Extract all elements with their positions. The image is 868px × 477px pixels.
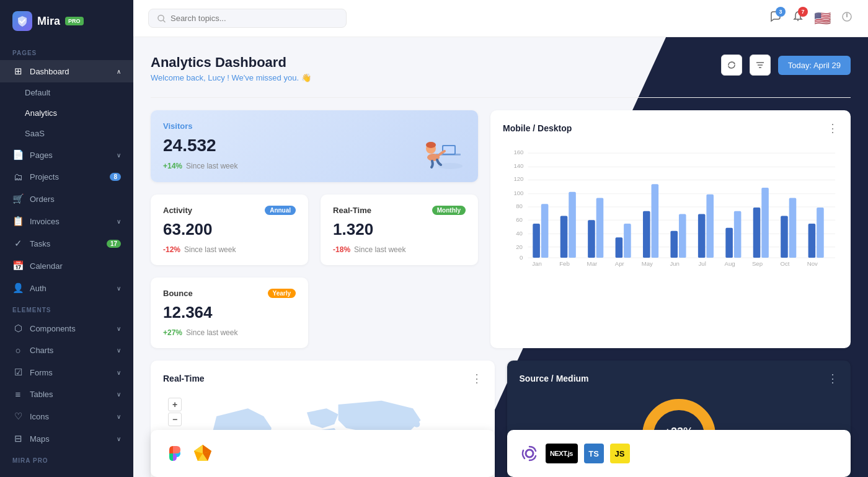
svg-text:160: 160 (513, 149, 523, 155)
pages-icon: 📄 (12, 149, 24, 160)
refresh-button[interactable] (721, 55, 742, 76)
realtime-header: Real-Time Monthly (333, 206, 466, 215)
realtime-since: Since last week (354, 245, 405, 254)
chevron-components-icon: ∨ (117, 325, 121, 332)
svg-text:Jun: Jun (670, 260, 680, 267)
chevron-auth-icon: ∨ (117, 285, 121, 292)
map-header: Real-Time ⋮ (163, 372, 482, 385)
svg-rect-53 (808, 224, 816, 258)
alerts-badge: 7 (798, 7, 808, 17)
sidebar-item-calendar[interactable]: 📅 Calendar (0, 255, 133, 277)
search-input[interactable] (170, 14, 337, 23)
sidebar-item-saas[interactable]: SaaS (0, 123, 133, 144)
source-title: Source / Medium (520, 374, 589, 383)
sidebar-item-components[interactable]: ⬡ Components ∨ (0, 317, 133, 339)
search-box[interactable] (148, 9, 347, 28)
svg-text:Apr: Apr (615, 260, 625, 267)
date-button[interactable]: Today: April 29 (778, 56, 851, 75)
default-label: Default (25, 88, 50, 97)
svg-text:Oct: Oct (781, 260, 790, 267)
dashboard-icon: ⊞ (12, 66, 24, 77)
refresh-icon (727, 61, 736, 69)
bounce-value: 12.364 (163, 303, 296, 322)
svg-rect-42 (652, 184, 659, 258)
sidebar-item-default[interactable]: Default (0, 82, 133, 103)
logo-text: Mira (37, 15, 60, 28)
sidebar-item-orders[interactable]: 🛒 Orders (0, 188, 133, 210)
invoices-icon: 📋 (12, 216, 24, 227)
visitors-content: Visitors 24.532 +14% Since last week (163, 121, 237, 170)
sidebar-item-dashboard[interactable]: ⊞ Dashboard ∧ (0, 60, 133, 82)
svg-text:Feb: Feb (559, 260, 570, 267)
sidebar-item-maps[interactable]: ⊟ Maps ∨ (0, 427, 133, 450)
chevron-tables-icon: ∨ (117, 391, 121, 398)
filter-button[interactable] (750, 55, 771, 76)
sidebar: Mira PRO PAGES ⊞ Dashboard ∧ Default Ana… (0, 0, 133, 477)
nextjs-logo: NEXT.js (546, 444, 578, 463)
sketch-logo (192, 442, 214, 465)
chart-header: Mobile / Desktop ⋮ (503, 121, 838, 135)
filter-icon (756, 61, 764, 69)
svg-line-1 (163, 20, 165, 22)
svg-text:40: 40 (516, 230, 523, 237)
logo-icon (12, 11, 32, 31)
typescript-logo: TS (584, 444, 604, 463)
svg-rect-44 (679, 214, 686, 258)
stats-chart-row: Visitors 24.532 +14% Since last week (151, 110, 851, 348)
projects-icon: 🗂 (12, 172, 24, 182)
alerts-button[interactable]: 7 (792, 11, 804, 26)
projects-label: Projects (30, 172, 59, 182)
svg-text:Jan: Jan (532, 260, 542, 267)
svg-rect-54 (817, 208, 824, 258)
svg-text:20: 20 (516, 243, 523, 250)
sidebar-item-pages[interactable]: 📄 Pages ∨ (0, 144, 133, 166)
saas-label: SaaS (25, 129, 45, 138)
sidebar-item-invoices[interactable]: 📋 Invoices ∨ (0, 210, 133, 232)
power-button[interactable] (841, 11, 853, 26)
javascript-logo: JS (610, 444, 630, 463)
sidebar-item-auth[interactable]: 👤 Auth ∨ (0, 277, 133, 299)
tech-logos-section: NEXT.js TS JS (151, 430, 851, 477)
sidebar-item-tables[interactable]: ≡ Tables ∨ (0, 383, 133, 405)
icons-icon: ♡ (12, 411, 24, 422)
svg-point-66 (414, 421, 420, 427)
svg-text:100: 100 (513, 190, 523, 196)
sidebar-item-analytics[interactable]: Analytics (0, 103, 133, 123)
svg-rect-37 (588, 220, 595, 258)
orders-label: Orders (30, 195, 55, 204)
projects-badge: 8 (110, 173, 121, 181)
svg-text:0: 0 (520, 254, 523, 261)
tech-card-dev: NEXT.js TS JS (507, 430, 851, 477)
language-button[interactable]: 🇺🇸 (814, 11, 831, 27)
sidebar-item-projects[interactable]: 🗂 Projects 8 (0, 166, 133, 188)
pages-label: Pages (30, 151, 53, 160)
notifications-button[interactable]: 3 (769, 11, 782, 26)
svg-rect-11 (443, 146, 454, 154)
invoices-label: Invoices (30, 217, 60, 226)
svg-text:Aug: Aug (725, 260, 735, 267)
activity-footer: -12% Since last week (163, 245, 296, 254)
svg-text:Mar: Mar (587, 260, 598, 267)
bounce-footer: +27% Since last week (163, 328, 296, 337)
bounce-label: Bounce (163, 289, 193, 298)
svg-rect-50 (761, 188, 769, 258)
svg-point-14 (426, 142, 436, 148)
svg-rect-46 (707, 195, 714, 258)
realtime-badge: Monthly (432, 206, 466, 215)
svg-rect-33 (533, 224, 540, 258)
map-more-button[interactable]: ⋮ (471, 372, 482, 385)
topbar-actions: 3 7 🇺🇸 (769, 11, 853, 27)
sidebar-item-tasks[interactable]: ✓ Tasks 17 (0, 232, 133, 255)
svg-rect-39 (616, 237, 623, 258)
realtime-footer: -18% Since last week (333, 245, 466, 254)
chart-title: Mobile / Desktop (503, 123, 572, 133)
chevron-maps-icon: ∨ (117, 435, 121, 442)
source-more-button[interactable]: ⋮ (827, 372, 838, 385)
svg-rect-49 (753, 208, 761, 258)
sidebar-item-icons[interactable]: ♡ Icons ∨ (0, 405, 133, 427)
chart-more-button[interactable]: ⋮ (827, 121, 838, 135)
sidebar-item-charts[interactable]: ○ Charts ∨ (0, 339, 133, 361)
mobile-desktop-chart-card: Mobile / Desktop ⋮ 160 140 120 100 80 60… (490, 110, 851, 348)
sidebar-item-forms[interactable]: ☑ Forms ∨ (0, 361, 133, 383)
svg-rect-52 (789, 198, 797, 258)
